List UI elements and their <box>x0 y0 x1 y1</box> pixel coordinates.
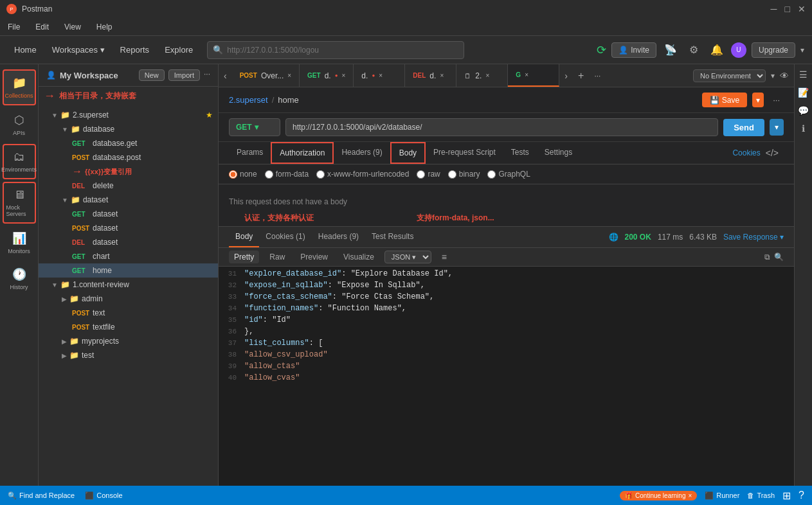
resp-tab-headers[interactable]: Headers (9) <box>312 227 365 247</box>
menu-file[interactable]: File <box>5 21 23 33</box>
tree-item-textfile[interactable]: POST textfile <box>39 320 218 334</box>
body-opt-binary[interactable]: binary <box>448 170 480 179</box>
help-icon[interactable]: ? <box>798 490 804 501</box>
req-tab-headers[interactable]: Headers (9) <box>334 143 390 163</box>
tree-item-dataset[interactable]: ▼ 📁 dataset <box>39 193 218 207</box>
sidebar-item-apis[interactable]: ⬡ APIs <box>3 108 36 141</box>
console-button[interactable]: ⬛ Console <box>85 492 122 500</box>
tab-close-icon[interactable]: × <box>440 72 444 79</box>
menu-help[interactable]: Help <box>94 21 115 33</box>
method-select[interactable]: GET ▾ <box>229 118 280 136</box>
tab-close-icon[interactable]: × <box>287 72 291 79</box>
continue-learning-badge[interactable]: 🎁 Continue learning × <box>620 491 697 501</box>
tab-over[interactable]: POST Over... × <box>232 64 300 87</box>
notification-icon[interactable]: 🔔 <box>708 41 726 59</box>
tab-g-active[interactable]: G × <box>508 64 559 87</box>
sidebar-item-environments[interactable]: 🗂 Environments <box>3 144 36 179</box>
right-panel-icon-4[interactable]: ℹ <box>802 123 805 134</box>
right-panel-icon-3[interactable]: 💬 <box>798 105 809 116</box>
more-icon[interactable]: ··· <box>204 69 210 81</box>
resp-tab-test-results[interactable]: Test Results <box>365 227 420 247</box>
tree-item-database[interactable]: ▼ 📁 database <box>39 122 218 136</box>
tab-getd[interactable]: GET d. ● × <box>300 64 354 87</box>
req-tab-tests[interactable]: Tests <box>503 143 537 163</box>
find-replace-button[interactable]: 🔍 Find and Replace <box>8 492 75 500</box>
req-tab-body[interactable]: Body <box>390 142 426 164</box>
tab-close-icon[interactable]: × <box>342 72 346 79</box>
import-button[interactable]: Import <box>168 69 200 81</box>
resp-tab-body[interactable]: Body <box>229 227 259 247</box>
fmt-tab-visualize[interactable]: Visualize <box>338 251 379 263</box>
body-opt-none[interactable]: none <box>229 170 257 179</box>
window-controls[interactable]: ─ □ ✕ <box>771 4 806 14</box>
body-opt-raw[interactable]: raw <box>417 170 440 179</box>
breadcrumb-more-icon[interactable]: ··· <box>769 93 784 107</box>
right-panel-icon-1[interactable]: ☰ <box>799 69 807 80</box>
minimize-icon[interactable]: ─ <box>771 4 777 14</box>
tree-item-database-post[interactable]: POST database.post <box>39 150 218 164</box>
save-dropdown-button[interactable]: ▾ <box>752 93 764 107</box>
environment-select[interactable]: No Environment <box>693 69 766 82</box>
tab-close-icon[interactable]: × <box>525 71 528 78</box>
nav-workspaces[interactable]: Workspaces ▾ <box>46 42 111 57</box>
menu-edit[interactable]: Edit <box>33 21 51 33</box>
wrap-icon[interactable]: ≡ <box>442 252 447 262</box>
nav-reports[interactable]: Reports <box>114 42 156 57</box>
save-response-button[interactable]: Save Response ▾ <box>723 233 784 242</box>
tab-forward-btn[interactable]: › <box>559 64 573 87</box>
sync-icon[interactable]: ⟳ <box>597 43 606 57</box>
tree-item-test[interactable]: ▶ 📁 test <box>39 348 218 362</box>
send-button[interactable]: Send <box>723 119 764 136</box>
save-button[interactable]: 💾 Save <box>702 93 747 107</box>
resp-tab-cookies[interactable]: Cookies (1) <box>259 227 311 247</box>
sidebar-item-collections[interactable]: 📁 Collections <box>3 69 36 105</box>
settings-icon[interactable]: ⚙ <box>685 41 703 59</box>
right-panel-icon-2[interactable]: 📝 <box>798 87 809 98</box>
new-tab-button[interactable]: + <box>573 70 589 82</box>
fmt-tab-pretty[interactable]: Pretty <box>229 251 259 263</box>
tree-item-text[interactable]: POST text <box>39 306 218 320</box>
tree-item-database-get[interactable]: GET database.get <box>39 136 218 150</box>
layout-icon[interactable]: ⊞ <box>782 490 791 502</box>
global-search-bar[interactable]: 🔍 <box>207 41 464 59</box>
global-search-input[interactable] <box>227 46 458 55</box>
send-dropdown-button[interactable]: ▾ <box>770 119 784 136</box>
breadcrumb-collection[interactable]: 2.superset <box>229 95 268 105</box>
upgrade-button[interactable]: Upgrade <box>752 42 795 58</box>
req-tab-settings[interactable]: Settings <box>537 143 580 163</box>
body-opt-graphql[interactable]: GraphQL <box>487 170 530 179</box>
close-badge-icon[interactable]: × <box>688 492 692 499</box>
nav-explore[interactable]: Explore <box>158 42 199 57</box>
req-tab-params[interactable]: Params <box>229 143 271 163</box>
fmt-tab-preview[interactable]: Preview <box>295 251 333 263</box>
req-tab-authorization[interactable]: Authorization <box>271 142 334 164</box>
code-icon[interactable]: </> <box>761 148 784 158</box>
eye-icon[interactable]: 👁 <box>780 71 789 81</box>
avatar[interactable]: U <box>731 42 746 58</box>
tab-close-icon[interactable]: × <box>485 72 489 79</box>
tab-more-icon[interactable]: ··· <box>589 71 606 80</box>
copy-icon[interactable]: ⧉ <box>764 253 770 261</box>
tree-item-dataset-post[interactable]: POST dataset <box>39 221 218 235</box>
fmt-tab-raw[interactable]: Raw <box>264 251 290 263</box>
new-button[interactable]: New <box>139 69 165 81</box>
tree-item-2superset[interactable]: ▼ 📁 2.superset ★ <box>39 108 218 122</box>
tree-item-dataset-del[interactable]: DEL dataset <box>39 235 218 249</box>
url-input[interactable] <box>285 118 718 136</box>
tab-d2[interactable]: d. ● × <box>354 64 405 87</box>
tree-item-admin[interactable]: ▶ 📁 admin <box>39 292 218 306</box>
req-tab-pre-request[interactable]: Pre-request Script <box>426 143 503 163</box>
tree-item-1content[interactable]: ▼ 📁 1.content-review <box>39 278 218 292</box>
sidebar-item-history[interactable]: 🕐 History <box>3 262 36 296</box>
upgrade-dropdown[interactable]: ▾ <box>800 46 804 55</box>
req-tab-cookies[interactable]: Cookies <box>732 148 760 157</box>
tab-deld[interactable]: DEL d. × <box>405 64 456 87</box>
trash-button[interactable]: 🗑 Trash <box>747 492 775 499</box>
satellite-icon[interactable]: 📡 <box>662 41 680 59</box>
body-opt-urlencoded[interactable]: x-www-form-urlencoded <box>316 170 409 179</box>
invite-button[interactable]: 👤 Invite <box>611 42 656 58</box>
maximize-icon[interactable]: □ <box>785 4 790 14</box>
sidebar-item-mock-servers[interactable]: 🖥 Mock Servers <box>3 182 36 224</box>
tab-close-icon[interactable]: × <box>379 72 383 79</box>
tree-item-database-del[interactable]: DEL delete <box>39 179 218 193</box>
